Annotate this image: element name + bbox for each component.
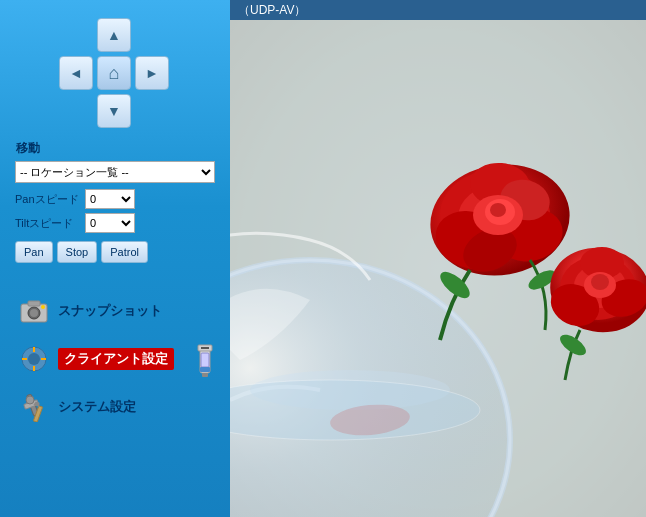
- svg-point-4: [41, 305, 45, 309]
- video-content: [230, 20, 646, 517]
- client-settings-icon: [18, 343, 50, 375]
- svg-rect-13: [201, 347, 209, 349]
- control-buttons: Pan Stop Patrol: [15, 241, 215, 263]
- right-button[interactable]: ►: [135, 56, 169, 90]
- menu-items: スナップショット クライアント設定: [10, 289, 220, 433]
- client-settings-label: クライアント設定: [58, 348, 174, 370]
- pan-speed-row: Panスピード 012345: [15, 189, 215, 209]
- svg-point-2: [30, 309, 38, 317]
- tilt-speed-row: Tiltスピード 012345: [15, 213, 215, 233]
- down-button[interactable]: ▼: [97, 94, 131, 128]
- system-settings-label: システム設定: [58, 398, 136, 416]
- up-button[interactable]: ▲: [97, 18, 131, 52]
- empty-cell-1: [59, 18, 93, 52]
- movement-label: 移動: [16, 140, 40, 157]
- pan-button[interactable]: Pan: [15, 241, 53, 263]
- pan-speed-select[interactable]: 012345: [85, 189, 135, 209]
- stop-button[interactable]: Stop: [57, 241, 98, 263]
- empty-cell-2: [135, 18, 169, 52]
- empty-cell-3: [59, 94, 93, 128]
- system-settings-icon: [18, 391, 50, 423]
- snapshot-label: スナップショット: [58, 302, 162, 320]
- svg-point-47: [591, 274, 609, 290]
- empty-cell-4: [135, 94, 169, 128]
- location-select[interactable]: -- ロケーション一覧 --: [15, 161, 215, 183]
- patrol-button[interactable]: Patrol: [101, 241, 148, 263]
- left-panel: ▲ ◄ ⌂ ► ▼ 移動 -- ロケーション一覧 -- Panスピード 0123…: [0, 0, 230, 517]
- svg-rect-14: [201, 353, 209, 367]
- right-panel: （UDP-AV）: [230, 0, 646, 517]
- left-button[interactable]: ◄: [59, 56, 93, 90]
- svg-rect-16: [202, 373, 208, 377]
- video-title-bar: （UDP-AV）: [230, 0, 646, 20]
- tilt-speed-select[interactable]: 012345: [85, 213, 135, 233]
- svg-rect-3: [28, 301, 40, 306]
- client-settings-menu-item[interactable]: クライアント設定: [10, 337, 220, 381]
- home-button[interactable]: ⌂: [97, 56, 131, 90]
- system-settings-menu-item[interactable]: システム設定: [10, 385, 220, 429]
- svg-point-37: [490, 203, 506, 217]
- svg-rect-15: [200, 367, 210, 372]
- direction-controls: ▲ ◄ ⌂ ► ▼: [59, 18, 171, 130]
- snapshot-menu-item[interactable]: スナップショット: [10, 289, 220, 333]
- snapshot-icon: [18, 295, 50, 327]
- pan-speed-label: Panスピード: [15, 192, 85, 207]
- tilt-speed-label: Tiltスピード: [15, 216, 85, 231]
- svg-point-19: [26, 396, 34, 404]
- usb-icon: [194, 339, 216, 380]
- svg-point-6: [28, 353, 40, 365]
- video-title: （UDP-AV）: [238, 2, 306, 19]
